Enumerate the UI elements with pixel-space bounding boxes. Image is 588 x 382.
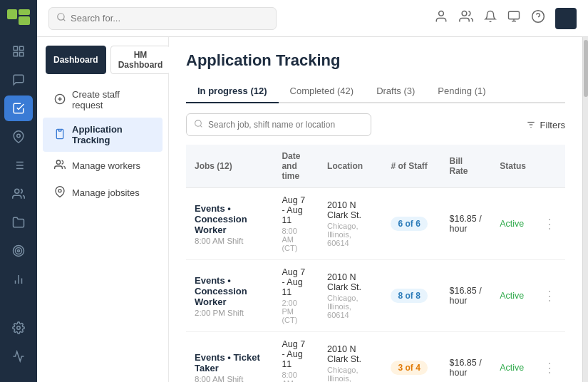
location-sub: Chicago, Illinois, 60614 [327, 366, 373, 382]
scrollbar-thumb[interactable] [584, 40, 588, 97]
nav-label: Create staff request [72, 89, 151, 110]
nav-create-staff[interactable]: Create staff request [43, 83, 163, 117]
hm-dashboard-tab[interactable]: HM Dashboard [110, 46, 171, 74]
location-main: 2010 N Clark St. [327, 344, 373, 364]
monitor-icon[interactable] [507, 10, 521, 26]
team-icon[interactable] [458, 9, 474, 27]
table-header-row: Jobs (12) Date and time Location # of St… [186, 145, 565, 188]
svg-point-29 [532, 11, 545, 23]
svg-point-24 [439, 11, 444, 16]
table-toolbar: Filters [186, 113, 565, 136]
filter-tabs: In progress (12) Completed (42) Drafts (… [186, 80, 565, 103]
sidebar-item-target[interactable] [4, 238, 33, 264]
svg-point-21 [17, 326, 21, 330]
svg-point-37 [195, 120, 202, 127]
date-main: Aug 7 - Aug 11 [282, 195, 310, 225]
svg-line-38 [200, 125, 202, 127]
sidebar-item-reports[interactable] [4, 344, 33, 369]
sidebar-item-tracking[interactable] [4, 96, 33, 121]
filters-button[interactable]: Filters [525, 120, 565, 130]
app-logo[interactable] [6, 7, 31, 27]
status-badge: Active [500, 219, 524, 229]
nav-manage-jobsites[interactable]: Manage jobsites [43, 180, 163, 206]
topbar-icons [434, 8, 577, 29]
staff-badge: 6 of 6 [391, 217, 427, 231]
global-search-input[interactable] [71, 13, 269, 24]
date-sub: 8:00 AM (CT) [282, 371, 310, 382]
page-content: Application Tracking In progress (12) Co… [169, 37, 582, 382]
svg-rect-1 [19, 9, 30, 15]
svg-rect-26 [509, 11, 520, 19]
sidebar-item-list[interactable] [4, 153, 33, 178]
bill-rate: $16.85 / hour [450, 358, 482, 378]
sidebar-item-settings[interactable] [4, 315, 33, 341]
table-search-input[interactable] [208, 120, 363, 130]
svg-line-23 [63, 19, 66, 21]
location-main: 2010 N Clark St. [327, 272, 373, 292]
status-badge: Active [500, 291, 524, 301]
staff-badge: 3 of 4 [391, 361, 427, 375]
table-row: Events • Concession Worker 2:00 PM Shift… [186, 260, 565, 332]
row-menu-button[interactable]: ⋮ [543, 217, 557, 231]
col-actions [535, 145, 565, 188]
date-sub: 2:00 PM (CT) [282, 299, 310, 324]
search-icon [56, 12, 66, 25]
svg-rect-3 [14, 46, 17, 50]
col-jobs: Jobs (12) [186, 145, 273, 188]
filter-tab-completed[interactable]: Completed (42) [279, 80, 366, 103]
svg-rect-0 [7, 9, 17, 19]
main-area: Dashboard HM Dashboard Create staff requ… [37, 0, 588, 382]
global-search-box[interactable] [48, 7, 277, 30]
filter-tab-inprogress[interactable]: In progress (12) [186, 80, 279, 103]
col-billrate: Bill Rate [441, 145, 492, 188]
plus-circle-icon [54, 93, 66, 107]
user-avatar[interactable] [555, 8, 577, 29]
help-icon[interactable] [531, 9, 545, 27]
row-menu-button[interactable]: ⋮ [543, 361, 557, 375]
date-sub: 8:00 AM (CT) [282, 227, 310, 252]
sidebar-item-folder[interactable] [4, 210, 33, 235]
scrollbar-track[interactable] [582, 37, 588, 382]
bell-icon[interactable] [484, 9, 497, 27]
bill-rate: $16.85 / hour [450, 214, 482, 234]
page-title: Application Tracking [186, 51, 565, 70]
search-icon [194, 118, 203, 131]
sidebar-item-location[interactable] [4, 124, 33, 150]
svg-point-14 [15, 189, 19, 193]
sidebar-item-workers[interactable] [4, 181, 33, 207]
topbar [37, 0, 588, 37]
date-main: Aug 7 - Aug 11 [282, 339, 310, 369]
svg-point-17 [18, 250, 20, 252]
filter-tab-pending[interactable]: Pending (1) [426, 80, 497, 103]
sidebar-item-messages[interactable] [4, 67, 33, 93]
left-nav: Dashboard HM Dashboard Create staff requ… [37, 37, 169, 382]
filter-tab-drafts[interactable]: Drafts (3) [365, 80, 426, 103]
clipboard-icon [54, 128, 66, 142]
sidebar [0, 0, 37, 382]
sidebar-item-dashboard[interactable] [4, 38, 33, 64]
row-menu-button[interactable]: ⋮ [543, 289, 557, 303]
job-shift: 2:00 PM Shift [195, 309, 264, 317]
content-wrapper: Dashboard HM Dashboard Create staff requ… [37, 37, 588, 382]
location-sub: Chicago, Illinois, 60614 [327, 222, 373, 247]
col-datetime: Date and time [273, 145, 319, 188]
job-name: Events • Concession Worker [195, 203, 264, 235]
status-badge: Active [500, 363, 524, 373]
bill-rate: $16.85 / hour [450, 286, 482, 306]
staff-badge: 8 of 8 [391, 289, 427, 303]
job-name: Events • Concession Worker [195, 275, 264, 307]
nav-tabs: Dashboard HM Dashboard [37, 46, 168, 74]
svg-rect-34 [58, 129, 61, 131]
nav-application-tracking[interactable]: Application Tracking [43, 118, 163, 152]
job-shift: 8:00 AM Shift [195, 237, 264, 245]
dashboard-tab[interactable]: Dashboard [46, 46, 106, 74]
profile-icon[interactable] [434, 9, 448, 27]
nav-manage-workers[interactable]: Manage workers [43, 153, 163, 179]
date-main: Aug 7 - Aug 11 [282, 267, 310, 297]
table-search-box[interactable] [186, 113, 371, 136]
sidebar-bottom [4, 315, 33, 375]
job-shift: 8:00 AM Shift [195, 375, 264, 382]
sidebar-item-analytics[interactable] [4, 267, 33, 292]
filters-label: Filters [540, 120, 565, 130]
svg-rect-5 [14, 53, 17, 56]
